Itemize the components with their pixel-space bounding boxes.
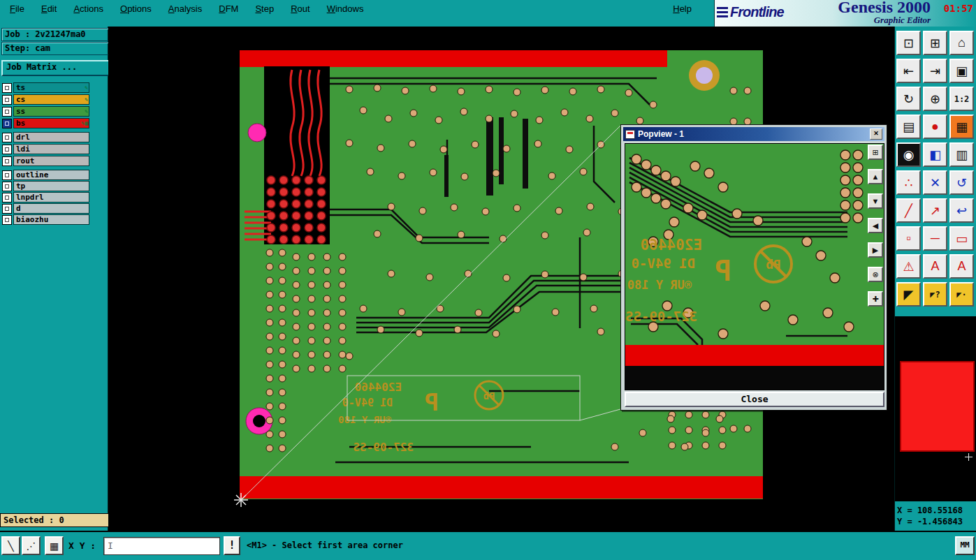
svg-text:D1 94V-0: D1 94V-0 [342, 397, 393, 409]
popview-content[interactable]: E204460 D1 94V-0 ®UR Y 180 P Pb 327-09-S… [625, 143, 884, 390]
layer-outline-bar[interactable]: outline [13, 170, 89, 180]
popview-close-button[interactable]: Close [625, 392, 884, 407]
layer-ts-checkbox[interactable] [2, 83, 12, 93]
menu-dfm[interactable]: DFM [219, 3, 238, 14]
menu-help[interactable]: Help [673, 3, 692, 14]
layer-outline-checkbox[interactable] [2, 170, 12, 180]
undo-icon[interactable]: ↩ [949, 198, 974, 223]
pad-small-icon[interactable]: ▫ [896, 226, 921, 251]
layer-ts-bar[interactable]: ts✎ [13, 82, 89, 93]
menu-file[interactable]: File [10, 3, 24, 14]
menu-edit[interactable]: Edit [41, 3, 57, 14]
grid-toggle-icon[interactable]: ▦ [45, 536, 64, 555]
layer-ss-bar[interactable]: ss✎ [13, 106, 89, 117]
genesis-2000-window: File Edit Actions Options Analysis DFM S… [0, 0, 976, 560]
menu-step[interactable]: Step [255, 3, 274, 14]
layer-tp-bar[interactable]: tp [13, 181, 89, 191]
layer-row-ts: ts✎ [2, 82, 89, 93]
layer-drl-bar[interactable]: drl [13, 132, 89, 142]
popview-canvas[interactable]: E204460 D1 94V-0 ®UR Y 180 P Pb 327-09-S… [625, 144, 884, 390]
dash-icon[interactable]: ─ [923, 226, 947, 251]
board-bottom-band [240, 476, 763, 499]
delete-x-icon[interactable]: ✕ [923, 170, 947, 195]
menu-analysis[interactable]: Analysis [168, 3, 202, 14]
overview-board-extent[interactable] [900, 361, 975, 452]
layer-bs-bar[interactable]: bs✎▦ [13, 118, 89, 128]
warning-icon[interactable]: ⚠ [896, 254, 921, 279]
popview-close-x-icon[interactable]: ✕ [870, 128, 882, 140]
layer-biaozhu-checkbox[interactable] [2, 215, 12, 225]
layer-bs-checkbox[interactable] [2, 119, 12, 128]
layer-lnpdrl-bar[interactable]: lnpdrl [13, 192, 89, 202]
job-matrix-button[interactable]: Job Matrix ... [1, 60, 110, 76]
popview-controls: ⊞ ▲ ▼ ◀ ▶ ⊗ ✚ [868, 145, 883, 307]
coord-y: Y = -1.456843 [897, 516, 976, 527]
net-points-icon[interactable]: ∴ [896, 170, 921, 195]
line-tool-icon[interactable]: ╱ [896, 198, 921, 223]
target-icon[interactable]: ⊕ [923, 87, 947, 111]
pv-zoom-fit-icon[interactable]: ⊗ [868, 267, 883, 282]
layer-tp-checkbox[interactable] [2, 182, 12, 191]
screen-move-icon[interactable]: ⊞ [923, 31, 947, 55]
xy-input-field[interactable]: I [103, 537, 220, 555]
board-top-band [240, 50, 667, 67]
menu-actions[interactable]: Actions [73, 3, 103, 14]
layer-ldi-checkbox[interactable] [2, 145, 12, 154]
rotate-view-icon[interactable]: ↻ [896, 87, 921, 111]
layer-cs-mark-icon: ✎ [85, 96, 89, 103]
zoom-ratio-icon[interactable]: 1:2 [949, 87, 974, 111]
layer-rout-checkbox[interactable] [2, 156, 12, 166]
pan-out-icon[interactable]: ⇥ [923, 59, 947, 83]
cursor-icon[interactable]: ◤ [896, 282, 921, 307]
pv-pan-up-icon[interactable]: ▲ [868, 169, 883, 184]
magenta-pad-top [248, 124, 266, 142]
color-grid-icon[interactable]: ▦ [949, 115, 974, 139]
layer-bs-mark-icon: ✎▦ [81, 120, 89, 126]
snap-points-icon[interactable]: ⋰ [22, 536, 41, 555]
pad-dot-icon[interactable]: ● [923, 115, 947, 139]
menu-rout[interactable]: Rout [291, 3, 309, 14]
invert-icon[interactable]: ◉ [896, 142, 921, 167]
alert-button[interactable]: ! [224, 536, 240, 555]
svg-text:P: P [425, 388, 439, 416]
arrow-tool-icon[interactable]: ↗ [923, 198, 947, 223]
xy-input[interactable] [105, 538, 219, 554]
pv-window-icon[interactable]: ⊞ [868, 145, 883, 160]
cursor-query-icon[interactable]: ◤? [923, 282, 947, 307]
popview-titlebar[interactable]: Popview - 1 ✕ [623, 127, 884, 141]
windows-icon[interactable]: ▣ [949, 59, 974, 83]
pv-center-icon[interactable]: ✚ [868, 291, 883, 307]
layer-biaozhu-bar[interactable]: biaozhu [13, 214, 89, 225]
text-a-red-icon[interactable]: A [923, 254, 947, 279]
refresh-icon[interactable]: ↺ [949, 170, 974, 195]
layer-lnpdrl-checkbox[interactable] [2, 193, 12, 202]
half-tone-icon[interactable]: ◧ [923, 142, 947, 167]
layer-d-bar[interactable]: d [13, 203, 89, 214]
measure-line-icon[interactable]: ╲ [1, 536, 20, 555]
layer-rout-bar[interactable]: rout [13, 156, 89, 166]
menu-options[interactable]: Options [120, 3, 152, 14]
ruler-icon[interactable]: ▥ [949, 142, 974, 167]
pv-pan-left-icon[interactable]: ◀ [868, 218, 883, 233]
layer-d-checkbox[interactable] [2, 204, 12, 214]
layer-ldi-bar[interactable]: ldi [13, 144, 89, 154]
layer-cs-bar[interactable]: cs✎ [13, 94, 89, 105]
layer-row-rout: rout [2, 156, 89, 166]
pcb-workspace[interactable]: E204460 D1 94V-0 ®UR Y 180 P 327-09-SS P… [108, 27, 894, 531]
clamp-icon[interactable]: ⌂ [949, 31, 974, 55]
units-toggle-button[interactable]: MM [955, 536, 975, 555]
layer-drl-checkbox[interactable] [2, 133, 12, 142]
layer-ss-checkbox[interactable] [2, 107, 12, 117]
layers-icon[interactable]: ▤ [896, 115, 921, 139]
pan-in-icon[interactable]: ⇤ [896, 59, 921, 83]
text-a-frame-icon[interactable]: A [949, 254, 974, 279]
pv-pan-down-icon[interactable]: ▼ [868, 193, 883, 209]
svg-text:E204460: E204460 [640, 237, 702, 253]
menu-windows[interactable]: Windows [327, 3, 364, 14]
screen-icon[interactable]: ⊡ [896, 31, 921, 55]
top-strip: File Edit Actions Options Analysis DFM S… [0, 0, 976, 27]
layer-cs-checkbox[interactable] [2, 95, 12, 105]
shapes-icon[interactable]: ▭ [949, 226, 974, 251]
pv-pan-right-icon[interactable]: ▶ [868, 242, 883, 258]
cursor-mark-icon[interactable]: ◤· [949, 282, 974, 307]
